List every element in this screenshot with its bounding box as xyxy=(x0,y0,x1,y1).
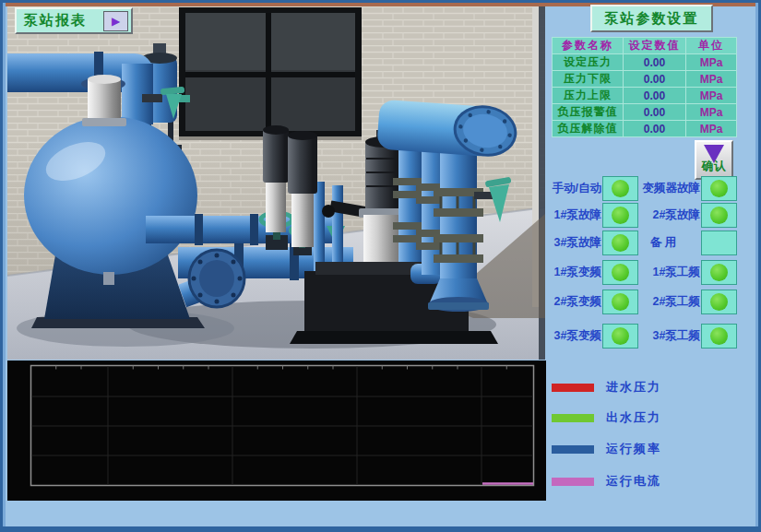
report-button[interactable]: 泵站报表 ▶ xyxy=(15,7,133,34)
param-unit: MPa xyxy=(686,54,737,71)
param-unit: MPa xyxy=(686,104,737,121)
param-name: 设定压力 xyxy=(553,54,624,71)
indicator-label-pump1-vfd: 1#泵变频 xyxy=(554,261,601,284)
lamp-icon xyxy=(612,207,629,224)
indicator-spare xyxy=(702,231,736,254)
window xyxy=(179,7,362,140)
indicator-pump2-mains xyxy=(702,290,736,313)
pump-station-3d-scene xyxy=(7,6,545,360)
frame-inner-highlight xyxy=(755,3,758,526)
param-value-field[interactable]: 0.00 xyxy=(624,88,686,104)
lamp-icon xyxy=(612,264,629,281)
scene-graphic xyxy=(7,6,545,360)
indicator-pump1-mains xyxy=(702,261,736,284)
parameter-table: 参数名称 设定数值 单位 设定压力 0.00 MPa 压力下限 0.00 MPa… xyxy=(552,37,737,137)
legend-label-current: 运行电流 xyxy=(606,473,661,490)
indicator-label-pump3-vfd: 3#泵变频 xyxy=(554,325,601,348)
param-value-field[interactable]: 0.00 xyxy=(624,104,686,121)
param-unit: MPa xyxy=(686,71,737,88)
indicator-label-pump2-mains: 2#泵工频 xyxy=(653,290,700,313)
param-value-field[interactable]: 0.00 xyxy=(624,71,686,88)
table-row: 压力上限 0.00 MPa xyxy=(553,88,737,104)
frame-inner-highlight xyxy=(3,3,6,526)
report-button-label: 泵站报表 xyxy=(24,12,87,30)
frame-bottom xyxy=(0,526,761,532)
indicator-vfd-fault xyxy=(702,177,736,200)
indicator-pump2-vfd xyxy=(603,290,637,313)
param-name: 负压解除值 xyxy=(553,121,624,137)
hmi-pump-station-screen: { "page": { "bg_color": "#9dc4e6", "fram… xyxy=(0,0,761,532)
lamp-icon xyxy=(612,327,629,345)
table-row: 压力下限 0.00 MPa xyxy=(553,71,737,88)
col-header-unit: 单位 xyxy=(686,38,737,54)
legend-label-frequency: 运行频率 xyxy=(606,441,661,457)
legend-swatch-inlet xyxy=(552,384,594,392)
param-name: 压力上限 xyxy=(553,88,624,104)
confirm-button[interactable]: 确认 xyxy=(695,140,733,180)
indicator-label-pump2-vfd: 2#泵变频 xyxy=(554,290,601,313)
indicator-label-pump1-mains: 1#泵工频 xyxy=(653,261,700,284)
table-header-row: 参数名称 设定数值 单位 xyxy=(553,38,737,54)
indicator-pump2-fault xyxy=(702,204,736,227)
indicator-pump1-fault xyxy=(603,204,637,227)
lamp-icon xyxy=(612,180,629,197)
table-row: 负压报警值 0.00 MPa xyxy=(553,104,737,121)
lamp-icon xyxy=(710,207,728,224)
table-row: 设定压力 0.00 MPa xyxy=(553,54,737,71)
lamp-icon xyxy=(710,293,728,311)
confirm-button-label: 确认 xyxy=(698,159,730,174)
legend-swatch-outlet xyxy=(552,414,594,422)
indicator-manual-auto xyxy=(603,177,637,200)
legend-label-inlet: 进水压力 xyxy=(606,379,661,396)
trend-chart-plot xyxy=(7,361,546,501)
param-value-field[interactable]: 0.00 xyxy=(624,54,686,71)
lamp-icon xyxy=(612,234,629,252)
play-arrow-icon[interactable]: ▶ xyxy=(103,11,128,31)
indicator-label-spare: 备 用 xyxy=(633,231,694,254)
col-header-value: 设定数值 xyxy=(624,38,686,54)
lamp-icon xyxy=(710,264,728,281)
param-value-field[interactable]: 0.00 xyxy=(624,121,686,137)
indicator-label-vfd-fault: 变频器故障 xyxy=(643,177,701,200)
lamp-icon xyxy=(710,180,728,197)
indicator-label-pump3-fault: 3#泵故障 xyxy=(554,231,601,254)
legend-swatch-current xyxy=(552,478,594,486)
indicator-label-manual-auto: 手动/自动 xyxy=(553,177,601,200)
indicator-pump3-vfd xyxy=(603,325,637,348)
lamp-icon xyxy=(612,293,629,311)
trend-chart xyxy=(7,361,546,501)
indicator-label-pump2-fault: 2#泵故障 xyxy=(653,204,700,227)
grid-lines xyxy=(31,366,533,485)
legend-swatch-frequency xyxy=(552,445,594,454)
indicator-label-pump3-mains: 3#泵工频 xyxy=(653,325,700,348)
indicator-label-pump1-fault: 1#泵故障 xyxy=(554,204,601,227)
settings-panel-title: 泵站参数设置 xyxy=(590,5,713,32)
indicator-pump3-mains xyxy=(702,325,736,348)
param-name: 压力下限 xyxy=(553,71,624,88)
param-unit: MPa xyxy=(686,121,737,137)
lamp-icon xyxy=(710,327,728,345)
legend-label-outlet: 出水压力 xyxy=(606,409,661,426)
indicator-pump1-vfd xyxy=(603,261,637,284)
col-header-name: 参数名称 xyxy=(553,38,624,54)
table-row: 负压解除值 0.00 MPa xyxy=(553,121,737,137)
param-name: 负压报警值 xyxy=(553,104,624,121)
param-unit: MPa xyxy=(686,88,737,104)
